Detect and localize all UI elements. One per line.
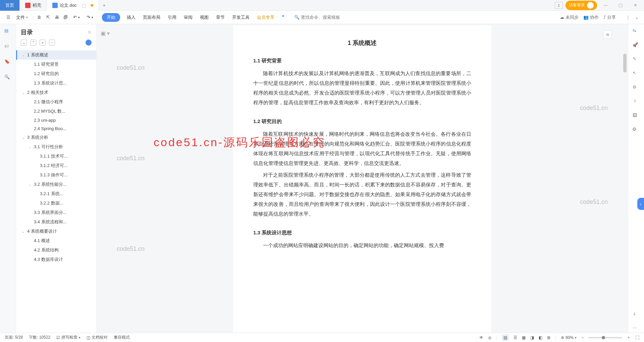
gear2-icon[interactable]: ✪ [633, 127, 640, 134]
collapse-ribbon-icon[interactable]: ⌄ [635, 15, 639, 20]
toc-item[interactable]: 2.1 微信小程序 [16, 97, 96, 107]
zoom-in-button[interactable]: ＋ [627, 335, 631, 340]
view-page-icon[interactable]: ▤ [502, 334, 509, 341]
review-button[interactable]: ◫文档校对 [87, 335, 108, 340]
display-icon[interactable]: ▢ [82, 3, 86, 8]
menu-more-icon[interactable]: ▸ [282, 13, 285, 22]
fullscreen-button[interactable]: ⛶ [635, 335, 639, 340]
toc-item[interactable]: 3.3 系统界面分... [16, 208, 96, 217]
zoom-slider[interactable] [588, 337, 622, 338]
menu-member[interactable]: 会员专享 [256, 13, 275, 22]
export-icon[interactable]: ⇱ [45, 14, 51, 20]
toc-item[interactable]: 1.3 系统设计思... [16, 78, 96, 88]
more-icon[interactable]: ⋯ [633, 325, 640, 333]
view-grid-icon[interactable]: ⊞ [547, 335, 550, 340]
toc-item[interactable]: ⌄3 系统分析 [16, 133, 96, 142]
outline-close-button[interactable]: ✕ [88, 30, 92, 35]
toc-item[interactable]: 3.4 系统流程和... [16, 217, 96, 227]
toc-item[interactable]: 3.1.1 技术可... [16, 152, 96, 161]
tab-add-button[interactable]: ＋ [99, 0, 110, 11]
toc-item[interactable]: 2.2 MYSQL 数... [16, 107, 96, 116]
view-read-icon[interactable]: ◨ [530, 335, 534, 340]
toc-item[interactable]: 3.2.1 系统... [16, 189, 96, 198]
guest-login-button[interactable]: 访客登录 [566, 1, 597, 10]
tab-daoke[interactable]: 稻壳 [20, 0, 47, 11]
menu-insert[interactable]: 插入 [126, 13, 136, 22]
side-expand-button[interactable]: ‹ [637, 198, 644, 210]
collab-button[interactable]: 👥协作 [583, 14, 599, 20]
toc-item[interactable]: 3.1.3 操作可... [16, 170, 96, 180]
search-input-wrap[interactable]: 🔍 [294, 15, 355, 20]
pencil-icon[interactable]: ✎ [633, 56, 640, 64]
focus-mode-icon[interactable]: ◎ [488, 335, 491, 340]
page-toggle-icon[interactable]: ▣ ▾ [101, 30, 110, 37]
toc-item[interactable]: ⌄1 系统概述 [16, 50, 96, 60]
print-icon[interactable]: 🖶 [54, 14, 60, 20]
outline-view-icon[interactable]: ▤ [4, 28, 12, 36]
bookmark-icon[interactable]: 🔖 [4, 59, 12, 66]
tab-document[interactable]: 论文.doc ▢ [47, 0, 99, 11]
down-icon[interactable]: ⤓ [633, 311, 640, 319]
file-menu[interactable]: 文件▾ [14, 13, 30, 22]
scrollbar-thumb[interactable] [623, 54, 627, 72]
toc-item[interactable]: 3.2.2 数据... [16, 198, 96, 208]
tab-home[interactable]: 首页 [0, 0, 20, 11]
toc-item[interactable]: 1.2 研究目的 [16, 69, 96, 78]
save-icon[interactable]: 🗎 [36, 14, 42, 20]
menu-review[interactable]: 审阅 [183, 13, 193, 22]
menu-developer[interactable]: 开发工具 [231, 13, 250, 22]
close-button[interactable]: ✕ [629, 0, 641, 11]
word-count[interactable]: 字数: 10522 [29, 335, 50, 340]
toc-item[interactable]: 4.3 数据库设计 [16, 255, 96, 264]
toc-item[interactable]: ⌄4 系统概要设计 [16, 227, 96, 236]
tag-icon[interactable]: 🏷 [4, 44, 12, 51]
ai-button[interactable] [86, 40, 92, 46]
toc-item[interactable]: ⌄3.2 系统性能分... [16, 180, 96, 189]
menu-view[interactable]: 视图 [199, 13, 209, 22]
filter-button[interactable]: ≋ [603, 30, 612, 39]
cursor-icon[interactable]: ↖ [633, 70, 640, 78]
undo-button[interactable]: ↶▾ [71, 13, 82, 21]
collapse-all-button[interactable]: ⌃ [30, 40, 36, 46]
zoom-out-button[interactable]: − [581, 335, 584, 340]
toc-item[interactable]: 2.4 Spring Boo... [16, 124, 96, 133]
toc-item[interactable]: 4.1 概述 [16, 236, 96, 245]
toc-item[interactable]: 2.3 uni-app [16, 116, 96, 124]
zoom-button[interactable]: ⊚80%▾ [561, 335, 577, 340]
view-outline-icon[interactable]: ☰ [514, 335, 517, 340]
menu-chapter[interactable]: 章节 [215, 13, 225, 22]
spellcheck-button[interactable]: ☑拼写检查▾ [56, 335, 80, 340]
redo-button[interactable]: ↷▾ [85, 13, 95, 21]
view-web-icon[interactable]: ▦ [522, 335, 526, 340]
kebab-icon[interactable]: ⋮ [626, 15, 630, 20]
right-collapse-icon[interactable]: ⇆ [633, 28, 640, 36]
sync-button[interactable]: ☁未同步 [560, 14, 579, 20]
toc-item[interactable]: ⌄3.1 可行性分析 [16, 142, 96, 152]
view-columns-icon[interactable]: ◧ [539, 335, 542, 340]
menu-start[interactable]: 开始 [102, 13, 120, 22]
maximize-button[interactable]: ▢ [614, 0, 627, 11]
menu-layout[interactable]: 页面布局 [142, 13, 161, 22]
docs-count-icon[interactable]: 1 [555, 2, 563, 9]
page-indicator[interactable]: 页面: 5/28 [5, 335, 23, 340]
find-icon[interactable]: 🔍 [4, 74, 12, 82]
toc-item[interactable]: ⌄2 相关技术 [16, 88, 96, 97]
menu-icon[interactable]: ☰ [5, 14, 11, 20]
share-button[interactable]: ⤴分享 [603, 14, 616, 20]
toc-item-label: 2.3 uni-app [34, 118, 56, 123]
expand-all-button[interactable]: ⌄ [21, 40, 27, 46]
search-input[interactable] [301, 15, 355, 20]
menu-references[interactable]: 引用 [167, 13, 177, 22]
preview-icon[interactable]: 🗐 [62, 14, 68, 20]
toc-item[interactable]: 1.1 研究背景 [16, 60, 96, 69]
image-icon[interactable]: 🖼 [633, 113, 640, 120]
minimize-button[interactable]: — [600, 0, 612, 11]
rocket-icon[interactable]: 🚀 [633, 42, 640, 50]
toc-item[interactable]: 4.2 系统结构 [16, 245, 96, 255]
read-mode-icon[interactable]: 👁 [479, 335, 483, 340]
help-icon[interactable]: ？ [633, 99, 640, 106]
promote-button[interactable]: ＋ [40, 40, 46, 46]
demote-button[interactable]: － [49, 40, 55, 46]
toc-item[interactable]: 3.1.2 经济可... [16, 161, 96, 170]
settings-icon[interactable]: ⚙ [633, 84, 640, 92]
